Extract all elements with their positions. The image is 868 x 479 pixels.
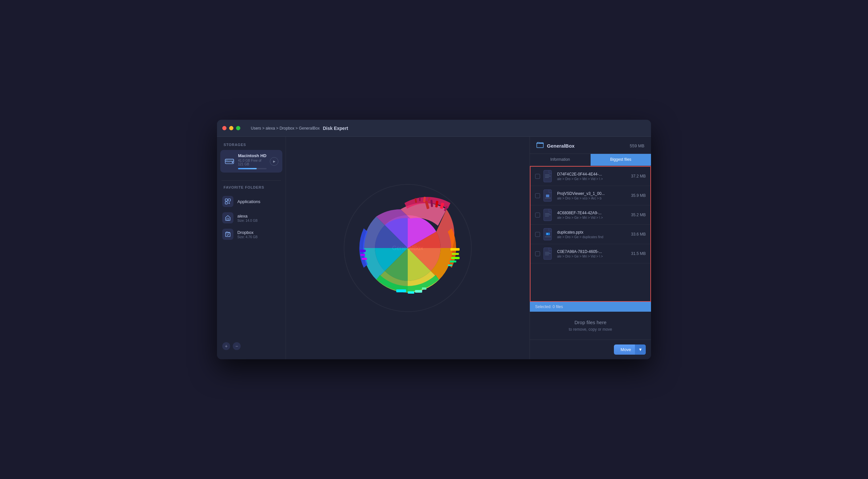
panel-title: GeneralBox: [547, 143, 626, 149]
file-details: duplicates.pptx ale > Dro > Ge > duplica…: [557, 230, 628, 239]
svg-rect-37: [546, 195, 549, 197]
apps-icon: [222, 196, 234, 207]
svg-point-3: [226, 160, 227, 160]
storage-info: Macintosh HD 41.0 GB Free of 121 GB: [238, 153, 267, 169]
main-chart-area: GeneralBox: [286, 137, 530, 359]
file-icon: [543, 189, 554, 202]
svg-rect-34: [545, 176, 551, 177]
svg-rect-25: [361, 254, 365, 256]
svg-rect-35: [545, 177, 549, 178]
sidebar-item-dropbox[interactable]: Dropbox Size: 4.76 GB: [217, 226, 286, 243]
storage-bar-fill: [238, 168, 257, 169]
svg-rect-45: [547, 233, 548, 234]
storages-label: Storages: [217, 143, 286, 150]
svg-rect-17: [451, 257, 460, 259]
close-button[interactable]: [222, 126, 226, 130]
svg-rect-22: [415, 290, 422, 293]
files-list: D74F4C2E-0F44-4E44-... ale > Dro > Ge > …: [530, 166, 651, 302]
storage-bar-bg: [238, 168, 267, 169]
home-icon: [222, 212, 234, 223]
file-icon: [543, 209, 554, 221]
file-checkbox[interactable]: [535, 251, 540, 256]
file-icon: [543, 170, 554, 183]
panel-footer: Move ▼: [530, 340, 651, 359]
file-item[interactable]: D74F4C2E-0F44-4E44-... ale > Dro > Ge > …: [530, 167, 650, 186]
traffic-lights: [222, 126, 240, 130]
panel-folder-icon: [536, 142, 544, 150]
file-size: 33.6 MB: [631, 232, 646, 236]
file-item[interactable]: C0E7A98A-781D-4605-... ale > Dro > Ge > …: [530, 244, 650, 263]
svg-rect-18: [450, 260, 456, 262]
file-item[interactable]: 4C6808EF-7E44-42A9-... ale > Dro > Ge > …: [530, 205, 650, 225]
minimize-button[interactable]: [229, 126, 234, 130]
applications-text: Applications: [237, 199, 260, 204]
sidebar-item-applications[interactable]: Applications: [217, 193, 286, 210]
tab-biggest-files[interactable]: Biggest files: [591, 154, 651, 166]
svg-rect-26: [362, 258, 367, 260]
app-title: Disk Expert: [323, 126, 348, 131]
file-path: ale > Dro > Ge > Mri > Vid > \ >: [557, 255, 628, 258]
svg-rect-1: [225, 159, 234, 161]
sidebar-bottom: + −: [217, 339, 286, 353]
drop-zone[interactable]: Drop files here to remove, copy or move: [530, 312, 651, 340]
file-item[interactable]: duplicates.pptx ale > Dro > Ge > duplica…: [530, 225, 650, 244]
file-checkbox[interactable]: [535, 232, 540, 237]
file-path: ale > Dro > Ge > duplicates find: [557, 235, 628, 239]
svg-rect-23: [422, 287, 427, 290]
file-details: ProjVSDViewer_v3_1_00... ale > Dro > Ge …: [557, 191, 628, 200]
right-panel: GeneralBox 559 MB Information Biggest fi…: [530, 137, 651, 359]
svg-rect-19: [448, 264, 453, 266]
file-checkbox[interactable]: [535, 174, 540, 179]
svg-rect-28: [419, 197, 421, 201]
file-details: D74F4C2E-0F44-4E44-... ale > Dro > Ge > …: [557, 172, 628, 181]
dropbox-name: Dropbox: [237, 230, 258, 235]
file-details: 4C6808EF-7E44-42A9-... ale > Dro > Ge > …: [557, 211, 628, 220]
svg-point-2: [232, 162, 233, 163]
svg-rect-8: [227, 218, 229, 220]
file-icon-pptx: [543, 228, 554, 241]
applications-name: Applications: [237, 199, 260, 204]
move-dropdown-arrow[interactable]: ▼: [635, 345, 646, 355]
file-details: C0E7A98A-781D-4605-... ale > Dro > Ge > …: [557, 249, 628, 258]
drop-title: Drop files here: [538, 320, 643, 325]
separator: [222, 181, 281, 181]
alexa-text: alexa Size: 14.0 GB: [237, 214, 258, 222]
svg-rect-41: [545, 215, 551, 215]
move-button[interactable]: Move ▼: [614, 345, 646, 355]
svg-rect-16: [452, 253, 459, 255]
dropbox-size: Size: 4.76 GB: [237, 235, 258, 239]
breadcrumb: Users > alexa > Dropbox > GeneralBox: [251, 126, 320, 131]
sunburst-chart[interactable]: GeneralBox: [329, 169, 487, 327]
sidebar-item-alexa[interactable]: alexa Size: 14.0 GB: [217, 210, 286, 226]
remove-button[interactable]: −: [233, 342, 241, 350]
file-name: D74F4C2E-0F44-4E44-...: [557, 172, 628, 177]
storage-macintosh-hd[interactable]: Macintosh HD 41.0 GB Free of 121 GB ▶: [220, 150, 282, 172]
dropbox-text: Dropbox Size: 4.76 GB: [237, 230, 258, 239]
selected-bar: Selected: 0 files: [530, 302, 651, 312]
file-path: ale > Dro > Ge > Mri > Vid > \ >: [557, 216, 628, 220]
maximize-button[interactable]: [236, 126, 240, 130]
add-button[interactable]: +: [222, 342, 230, 350]
tab-information[interactable]: Information: [530, 154, 591, 166]
file-path: ale > Dro > Ge > vco > Arc > b: [557, 196, 628, 200]
file-size: 37.2 MB: [631, 174, 646, 179]
svg-rect-21: [408, 291, 414, 294]
favorites-label: Favorite Folders: [217, 185, 286, 193]
file-size: 35.9 MB: [631, 193, 646, 198]
file-icon: [543, 247, 554, 260]
drop-sub: to remove, copy or move: [538, 327, 643, 332]
folder-check-icon: [222, 229, 234, 240]
panel-tabs: Information Biggest files: [530, 154, 651, 166]
file-checkbox[interactable]: [535, 193, 540, 198]
sunburst-svg: GeneralBox: [329, 169, 487, 327]
file-item[interactable]: ProjVSDViewer_v3_1_00... ale > Dro > Ge …: [530, 186, 650, 205]
file-checkbox[interactable]: [535, 213, 540, 218]
svg-rect-5: [225, 199, 227, 201]
file-path: ale > Dro > Ge > Mri > Vid > \ >: [557, 177, 628, 181]
svg-rect-15: [451, 248, 460, 251]
play-button[interactable]: ▶: [270, 157, 278, 166]
svg-rect-38: [545, 198, 551, 198]
storage-sub: 41.0 GB Free of 121 GB: [238, 159, 267, 166]
panel-size: 559 MB: [630, 143, 645, 148]
hd-icon: [224, 156, 235, 167]
